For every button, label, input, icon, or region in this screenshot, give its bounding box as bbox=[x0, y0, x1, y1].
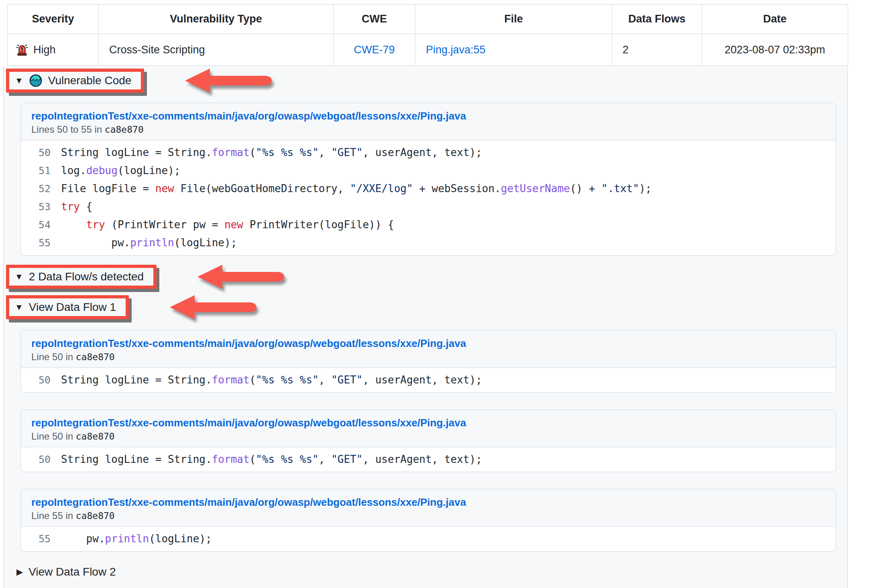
vulnerability-type-cell: Cross-Site Scripting bbox=[99, 34, 334, 66]
code-line: 55 pw.println(logLine); bbox=[21, 530, 836, 548]
commit-hash: ca8e870 bbox=[105, 124, 144, 135]
line-number: 50 bbox=[21, 144, 51, 162]
annotation-box-view-flow-1: ▼ View Data Flow 1 bbox=[6, 295, 129, 319]
cwe-cell: CWE-79 bbox=[334, 34, 415, 66]
code-line: 55 pw.println(logLine); bbox=[21, 234, 836, 252]
collapse-triangle-icon: ▼ bbox=[15, 74, 23, 87]
section-toggle-data-flows[interactable]: ▼ 2 Data Flow/s detected bbox=[15, 270, 144, 284]
code-line: 50String logLine = String.format("%s %s … bbox=[21, 371, 836, 389]
column-header-data-flows: Data Flows bbox=[612, 4, 702, 34]
commit-hash: ca8e870 bbox=[76, 431, 115, 442]
commit-hash: ca8e870 bbox=[76, 511, 115, 521]
line-number: 51 bbox=[21, 162, 51, 180]
column-header-vulnerability-type: Vulnerability Type bbox=[99, 4, 334, 34]
vulnerability-table: Severity Vulnerability Type CWE File Dat… bbox=[7, 4, 848, 66]
code-card-flow-step-3: repoIntegrationTest/xxe-comments/main/ja… bbox=[20, 489, 836, 552]
code-card-flow-step-1: repoIntegrationTest/xxe-comments/main/ja… bbox=[20, 330, 836, 393]
column-header-severity: Severity bbox=[8, 4, 99, 34]
code-card-vulnerable: repoIntegrationTest/xxe-comments/main/ja… bbox=[20, 103, 836, 255]
section-label: 2 Data Flow/s detected bbox=[29, 270, 144, 284]
line-location: Line 55 in ca8e870 bbox=[31, 510, 825, 521]
code-block: 55 pw.println(logLine); bbox=[21, 527, 836, 551]
file-cell: Ping.java:55 bbox=[415, 34, 612, 66]
line-number: 53 bbox=[21, 198, 51, 216]
collapse-triangle-icon: ▼ bbox=[15, 300, 23, 314]
line-range-text: Line 50 in bbox=[31, 431, 73, 442]
column-header-cwe: CWE bbox=[334, 4, 415, 34]
vulnerability-row: High Cross-Site Scripting CWE-79 Ping.ja… bbox=[8, 34, 848, 66]
code-card-header: repoIntegrationTest/xxe-comments/main/ja… bbox=[21, 410, 836, 447]
code-block: 50String logLine = String.format("%s %s … bbox=[21, 140, 836, 255]
vulnerable-code-header-row: ▼ Vulnerable Code bbox=[6, 68, 847, 93]
code-text: String logLine = String.format("%s %s %s… bbox=[51, 371, 482, 389]
mobb-logo-icon bbox=[29, 74, 43, 87]
date-cell: 2023-08-07 02:33pm bbox=[702, 34, 848, 66]
file-path-link[interactable]: repoIntegrationTest/xxe-comments/main/ja… bbox=[31, 109, 466, 122]
file-path-link[interactable]: repoIntegrationTest/xxe-comments/main/ja… bbox=[31, 496, 466, 509]
data-flows-cell: 2 bbox=[612, 34, 702, 66]
annotation-box-data-flows: ▼ 2 Data Flow/s detected bbox=[6, 265, 157, 289]
table-header-row: Severity Vulnerability Type CWE File Dat… bbox=[8, 4, 848, 34]
line-number: 50 bbox=[21, 450, 51, 468]
cwe-link[interactable]: CWE-79 bbox=[354, 44, 395, 56]
section-toggle-view-data-flow-2[interactable]: ▶ View Data Flow 2 bbox=[16, 565, 116, 579]
section-label: Vulnerable Code bbox=[48, 74, 132, 87]
file-location-link[interactable]: Ping.java:55 bbox=[426, 44, 486, 56]
code-text: String logLine = String.format("%s %s %s… bbox=[51, 144, 482, 162]
section-label: View Data Flow 1 bbox=[29, 300, 116, 314]
column-header-date: Date bbox=[702, 4, 848, 34]
line-number: 50 bbox=[21, 371, 51, 389]
section-toggle-view-data-flow-1[interactable]: ▼ View Data Flow 1 bbox=[15, 300, 116, 314]
collapse-triangle-icon: ▶ bbox=[16, 565, 23, 579]
code-line: 50String logLine = String.format("%s %s … bbox=[21, 144, 836, 162]
section-toggle-vulnerable-code[interactable]: ▼ Vulnerable Code bbox=[15, 74, 131, 87]
code-text: String logLine = String.format("%s %s %s… bbox=[51, 450, 482, 468]
line-number: 55 bbox=[21, 530, 51, 548]
line-number: 54 bbox=[21, 216, 51, 234]
annotation-box-vulnerable-code: ▼ Vulnerable Code bbox=[6, 69, 144, 93]
code-block: 50String logLine = String.format("%s %s … bbox=[21, 447, 836, 472]
line-location: Lines 50 to 55 in ca8e870 bbox=[31, 124, 825, 135]
red-arrow-icon bbox=[169, 295, 257, 320]
severity-high-siren-icon bbox=[15, 43, 29, 57]
column-header-file: File bbox=[415, 4, 612, 34]
code-line: 50String logLine = String.format("%s %s … bbox=[21, 450, 836, 468]
line-range-text: Line 50 in bbox=[31, 351, 73, 362]
file-path-link[interactable]: repoIntegrationTest/xxe-comments/main/ja… bbox=[31, 416, 466, 429]
code-card-header: repoIntegrationTest/xxe-comments/main/ja… bbox=[21, 330, 836, 368]
severity-label: High bbox=[33, 44, 56, 56]
code-text: try { bbox=[51, 198, 92, 216]
view-data-flow-1-header-row: ▼ View Data Flow 1 bbox=[6, 295, 847, 320]
code-text: try (PrintWriter pw = new PrintWriter(lo… bbox=[51, 216, 394, 234]
commit-hash: ca8e870 bbox=[76, 352, 115, 362]
line-location: Line 50 in ca8e870 bbox=[31, 431, 825, 442]
line-number: 55 bbox=[21, 234, 51, 252]
code-card-flow-step-2: repoIntegrationTest/xxe-comments/main/ja… bbox=[20, 410, 836, 472]
section-label: View Data Flow 2 bbox=[28, 565, 116, 579]
code-text: log.debug(logLine); bbox=[51, 162, 180, 180]
line-range-text: Line 55 in bbox=[31, 510, 73, 521]
code-card-header: repoIntegrationTest/xxe-comments/main/ja… bbox=[21, 103, 836, 140]
line-range-text: Lines 50 to 55 in bbox=[31, 124, 102, 135]
line-location: Line 50 in ca8e870 bbox=[31, 351, 825, 363]
code-line: 51log.debug(logLine); bbox=[21, 162, 836, 180]
collapse-triangle-icon: ▼ bbox=[15, 270, 23, 284]
view-data-flow-2-header-row: ▶ View Data Flow 2 bbox=[16, 565, 847, 579]
code-line: 54 try (PrintWriter pw = new PrintWriter… bbox=[21, 216, 836, 234]
red-arrow-icon bbox=[184, 68, 273, 93]
code-block: 50String logLine = String.format("%s %s … bbox=[21, 368, 836, 392]
vulnerability-report-page: Severity Vulnerability Type CWE File Dat… bbox=[0, 0, 871, 588]
severity-cell: High bbox=[8, 34, 99, 66]
line-number: 52 bbox=[21, 180, 51, 198]
file-path-link[interactable]: repoIntegrationTest/xxe-comments/main/ja… bbox=[31, 337, 466, 350]
code-text: pw.println(logLine); bbox=[51, 530, 212, 548]
code-line: 52File logFile = new File(webGoatHomeDir… bbox=[21, 180, 836, 198]
data-flows-header-row: ▼ 2 Data Flow/s detected bbox=[6, 264, 847, 289]
report-body-panel: ▼ Vulnerable Code repoIntegrationTest/xx… bbox=[3, 66, 848, 588]
code-card-header: repoIntegrationTest/xxe-comments/main/ja… bbox=[21, 489, 836, 527]
red-arrow-icon bbox=[197, 264, 285, 289]
code-line: 53try { bbox=[21, 198, 836, 216]
code-text: File logFile = new File(webGoatHomeDirec… bbox=[51, 180, 651, 198]
code-text: pw.println(logLine); bbox=[51, 234, 237, 252]
